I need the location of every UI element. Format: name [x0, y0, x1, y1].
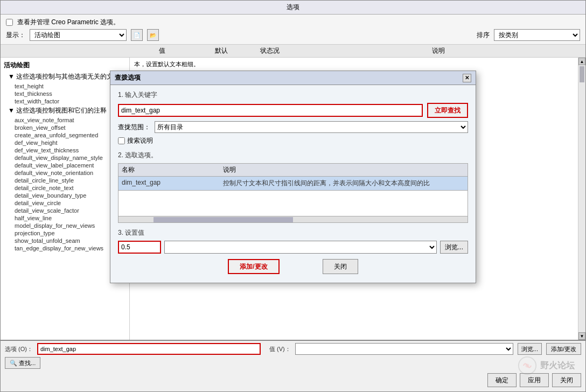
close-btn[interactable]: 关闭	[552, 373, 581, 387]
vertical-scrollbar[interactable]: ▲ ▼	[578, 58, 585, 340]
modal-step2: 2. 选取选项。 名称 说明 dim_text_gap 控制尺寸文本和尺寸指引线…	[118, 151, 468, 223]
modal-close-action-btn[interactable]: 关闭	[323, 259, 358, 274]
right-text-1: 本，设置默认文本粗细。	[134, 60, 574, 69]
open-icon-btn[interactable]: 📂	[147, 29, 159, 41]
scroll-track	[578, 65, 585, 332]
title-bar: 选项	[1, 1, 585, 15]
col-header-value: 值	[130, 46, 194, 55]
modal-title: 查拨选项	[115, 73, 141, 82]
add-change-btn[interactable]: 添加/更改	[546, 343, 581, 355]
value-label: 值 (V)：	[269, 345, 291, 353]
sort-label: 排序	[477, 31, 490, 40]
modal-footer-btns: 添加/更改 关闭	[118, 259, 468, 277]
modal-step2-label: 2. 选取选项。	[118, 151, 468, 160]
search-btn[interactable]: 🔍 查找...	[5, 357, 40, 369]
modal-scope-label: 查拢范围：	[118, 123, 150, 132]
search-desc-label: 搜索说明	[127, 136, 153, 145]
manage-label: 查看并管理 Creo Parametric 选项。	[17, 18, 120, 27]
result-desc: 控制尺寸文本和尺寸指引线间的距离，并表示间隔大小和文本高度间的比	[223, 179, 464, 188]
result-col-name: 名称	[122, 165, 219, 174]
modal-results-header: 名称 说明	[118, 163, 468, 177]
bottom-bar: 选项 (O)： 值 (V)： 浏览... 添加/更改 🔍 查找... 确定 应用…	[1, 340, 585, 391]
scroll-up-btn[interactable]: ▲	[578, 58, 585, 65]
modal-hscrollbar[interactable]	[118, 216, 468, 222]
display-select[interactable]: 活动绘图	[30, 29, 127, 41]
column-headers: 值 默认 状态况 说明	[1, 45, 585, 58]
result-name: dim_text_gap	[122, 179, 219, 188]
bottom-row2: 🔍 查找...	[5, 357, 581, 369]
option-input[interactable]	[37, 343, 261, 355]
modal-step3: 3. 设置值 浏览...	[118, 228, 468, 254]
window-title: 选项	[287, 3, 299, 11]
footer-buttons: 确定 应用 关闭	[5, 371, 581, 389]
search-desc-checkbox[interactable]	[118, 137, 125, 144]
modal-step1: 1. 输入关键字 立即查找 查拢范围： 所有目录 搜索说明	[118, 90, 468, 145]
modal-search-btn[interactable]: 立即查找	[427, 103, 468, 118]
col-header-default: 默认	[194, 46, 248, 55]
browse-btn[interactable]: 浏览...	[518, 343, 542, 355]
modal-set-value-row: 浏览...	[118, 241, 468, 254]
result-col-desc: 说明	[223, 165, 464, 174]
modal-scrollbar-area	[118, 191, 468, 223]
apply-btn[interactable]: 应用	[520, 373, 549, 387]
modal-step1-label: 1. 输入关键字	[118, 90, 468, 100]
modal-close-x-btn[interactable]: ✕	[463, 74, 471, 82]
manage-checkbox[interactable]	[6, 19, 13, 26]
value-select[interactable]	[295, 343, 513, 355]
modal-scope-select[interactable]: 所有目录	[155, 121, 468, 133]
modal-input-row: 立即查找	[118, 103, 468, 118]
modal-value-input[interactable]	[118, 241, 161, 254]
toolbar-area: 查看并管理 Creo Parametric 选项。 显示： 活动绘图 📄 📂 排…	[1, 15, 585, 45]
modal-add-btn[interactable]: 添加/更改	[228, 259, 279, 274]
modal-title-bar: 查拨选项 ✕	[110, 71, 476, 85]
modal-result-row[interactable]: dim_text_gap 控制尺寸文本和尺寸指引线间的距离，并表示间隔大小和文本…	[118, 177, 468, 191]
scroll-thumb	[580, 66, 584, 82]
sort-select[interactable]: 按类别	[494, 29, 580, 41]
modal-step3-label: 3. 设置值	[118, 228, 468, 237]
modal-keyword-input[interactable]	[118, 104, 423, 117]
modal-hscrollbar-thumb	[154, 217, 293, 222]
ok-btn[interactable]: 确定	[487, 373, 517, 387]
display-label: 显示：	[6, 31, 25, 40]
option-label: 选项 (O)：	[5, 345, 33, 353]
modal-body: 1. 输入关键字 立即查找 查拢范围： 所有目录 搜索说明	[110, 85, 476, 283]
new-icon-btn[interactable]: 📄	[131, 29, 143, 41]
search-modal: 查拨选项 ✕ 1. 输入关键字 立即查找 查拢范围： 所有目录	[110, 71, 476, 283]
col-header-status: 状态况	[248, 46, 291, 55]
col-header-desc: 说明	[291, 46, 585, 55]
bottom-row1: 选项 (O)： 值 (V)： 浏览... 添加/更改	[5, 343, 581, 355]
tree-section: 活动绘图	[1, 60, 129, 71]
modal-checkbox-row: 搜索说明	[118, 136, 468, 145]
modal-browse-btn[interactable]: 浏览...	[440, 241, 468, 254]
modal-value-select[interactable]	[164, 241, 437, 254]
scroll-down-btn[interactable]: ▼	[578, 332, 585, 340]
modal-scope-row: 查拢范围： 所有目录	[118, 121, 468, 133]
